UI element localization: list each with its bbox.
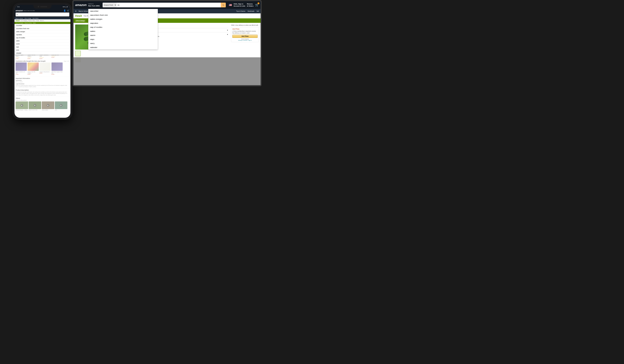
phone-fav-stars-0: ★★★★☆ [16,57,27,58]
phone-auto-item-6[interactable]: cumin [15,43,70,46]
phone-ingredients-label: Ingredients [16,80,69,81]
laptop-sub-tab-college[interactable]: Off to College [75,20,85,22]
phone-sub-nav: Free Purchases Reserve Items Deals [14,22,70,24]
phone-play-btn-1[interactable]: ▶ [33,104,36,107]
phone-screen: 9:41 ●●● ▲ ■ amazon Deliver to New York … [14,5,70,118]
laptop-auto-item-2[interactable]: cuties oranges [88,17,158,21]
phone-cart-icon[interactable]: 🛒 [67,9,69,12]
phone-nav-item-best[interactable]: Best Sellers [33,18,39,19]
svg-point-0 [223,4,224,5]
laptop-search-category[interactable]: Amazon Fresh [103,3,116,7]
phone-video-1[interactable]: ▶ HOW TO CUT THIS [29,101,41,111]
phone-search-row: cu [14,12,70,17]
phone-video-3[interactable]: ▶ CUC... [55,101,67,111]
laptop-returns[interactable]: Returns & Orders [247,3,254,7]
phone-video-0[interactable]: ▶ Delicious Recipes - Cutting... [16,101,28,111]
phone-fresh-nav: fresh Free Shipping Reserve Items Deals … [14,19,70,22]
phone-auto-item-2[interactable]: cuties oranges [15,30,70,33]
phone-also-card-2[interactable]: Organic Celery Bunch 1 $2.99 [40,62,51,75]
phone-play-btn-3[interactable]: ▶ [60,104,62,107]
laptop-fresh-logo: fresh [75,14,82,18]
phone-nav-item-back[interactable]: Back to School [16,18,23,19]
laptop-auto-match-0: cu [90,10,92,12]
laptop-auto-match-1: cu [90,14,92,16]
laptop-search-input[interactable] [116,3,221,7]
phone-nav-item-college[interactable]: Off to College [24,18,31,19]
laptop-auto-item-5[interactable]: cuties [88,29,158,33]
phone-search-box[interactable]: cu [16,13,69,16]
laptop-auto-match-6: cu [90,34,92,36]
laptop-location[interactable]: Deliver to New York 10001 [88,3,100,7]
phone-scroll-area[interactable]: 9:41 ●●● ▲ ■ amazon Deliver to New York … [14,5,70,118]
phone-fresh-tab-0[interactable]: Free Shipping [21,20,27,21]
laptop-search-button[interactable] [221,3,226,7]
laptop-auto-item-1[interactable]: cucumbers fresh mini [88,13,158,17]
laptop-auto-item-3[interactable]: cupcakes [88,21,158,25]
phone-sub-tab-1[interactable]: Reserve Items [25,23,32,24]
laptop-thumb-1[interactable] [75,51,81,56]
laptop-join-prime-text: A Prime membership is required to receiv… [232,30,258,34]
phone-play-btn-0[interactable]: ▶ [21,104,23,107]
phone-also-name-2: Organic Celery Bunch 1 [40,71,51,73]
phone-auto-item-3[interactable]: cupcakes [15,33,70,36]
phone-important-info-section: Important information Ingredients Mini C… [14,77,70,88]
laptop-join-prime-title: Join Prime [232,28,258,30]
phone-auto-item-5[interactable]: cuties [15,39,70,43]
laptop-account[interactable]: Hello, Sign in Account & Lists [234,3,245,7]
laptop-auto-match-7: cu [90,38,92,40]
laptop-auto-match-2: cu [90,18,92,20]
laptop-auto-item-7[interactable]: cups [88,37,158,41]
laptop-auto-item-8[interactable]: curry [88,41,158,45]
laptop-nav-back-school[interactable]: Back to School [79,10,88,12]
phone-auto-item-1[interactable]: cucumbers fresh mini [15,27,70,30]
phone-sub-tab-2[interactable]: Deals [33,23,36,24]
laptop-auto-item-0[interactable]: cucumber [88,9,158,13]
phone-play-btn-2[interactable]: ▶ [47,104,50,107]
laptop-lower-overlay [74,57,260,85]
phone-also-card-0[interactable]: Organic Blueberry 1/2 Pint $7.99 [16,62,27,75]
phone-auto-item-4[interactable]: cup of noodles [15,36,70,39]
phone-also-card-1[interactable]: Organic Farm Mix Peppers... $3.99 [27,62,39,75]
phone-account-icon[interactable]: 👤 [63,9,66,12]
laptop-auto-match-8: cu [90,42,92,44]
phone-amazon-logo: amazon [16,9,23,12]
amazon-fresh-page: amazon Deliver to New York 10001 Amazon … [74,1,260,85]
phone-auto-item-0[interactable]: cucumber [15,24,70,27]
laptop-nav-sell[interactable]: Sell [257,10,259,12]
phone-also-name-3: 365 Whole Organic Petite Mex... [52,71,63,74]
phone-auto-item-9[interactable]: cutwater [15,52,70,55]
phone-also-card-3[interactable]: 365 Whole Organic Petite Mex... $4.99 [52,62,63,75]
laptop-nav-right: 🇺🇸 Hello, Sign in Account & Lists Return… [229,3,259,7]
laptop-auto-item-4[interactable]: cup of noodles [88,25,158,29]
phone-speaker [40,6,47,7]
phone-fresh-tab-2[interactable]: Deals [36,20,39,21]
laptop-cart[interactable]: 🛒 0 [255,3,259,7]
phone-auto-item-8[interactable]: curry [15,49,70,52]
phone-video-label-1: HOW TO CUT THIS [29,109,41,111]
laptop-autocomplete-dropdown: cucumber cucumbers fresh mini cuties ora… [88,9,158,49]
laptop-prime-button[interactable]: Join Prime [232,35,258,38]
laptop-search-bar[interactable]: Amazon Fresh [103,3,226,7]
laptop-hamburger-icon[interactable]: ☰ [75,10,77,12]
phone-auto-item-7[interactable]: cups [15,46,70,49]
phone-ingredients-text: Mini Cucumbers [16,81,69,83]
phone-location[interactable]: Deliver to New York 10001 [23,10,35,11]
laptop-auto-item-6[interactable]: cumin [88,33,158,37]
laptop-nav-toys[interactable]: Toys & Games [236,10,245,12]
phone-second-nav: Back to School Off to College Best Selle… [14,17,70,19]
phone-also-row[interactable]: Organic Blueberry 1/2 Pint $7.99 Organic… [14,62,70,75]
laptop-auto-match-5: cu [90,30,92,32]
phone-video-2[interactable]: ▶ Videos related [42,101,54,111]
phone-also-name-1: Organic Farm Mix Peppers... [27,71,39,74]
laptop-auto-item-9[interactable]: cutwater [88,45,158,49]
phone-fresh-tab-1[interactable]: Reserve Items [28,20,35,21]
phone-video-label-3: CUC... [55,109,67,111]
phone-body: 9:41 ●●● ▲ ■ amazon Deliver to New York … [13,3,72,120]
laptop-auto-match-4: cu [90,26,92,28]
laptop-already-member[interactable]: Already a member? Sign In [232,40,258,41]
laptop-nav-handmade[interactable]: Handmade [247,10,254,12]
phone-also-page: Page 1 of 97 [64,61,69,62]
phone-sub-tab-0[interactable]: Free Purchases [16,23,23,24]
phone-fresh-tab-3[interactable]: Alexa Li... [40,20,45,21]
svg-line-1 [224,5,224,6]
